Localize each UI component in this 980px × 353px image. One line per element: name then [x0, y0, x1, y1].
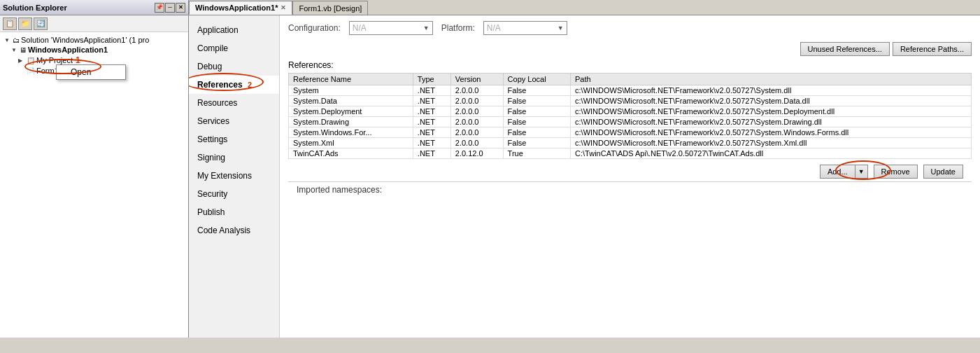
solution-explorer-toolbar: 📋 📁 🔄 [0, 15, 188, 32]
col-ref-name: Reference Name [289, 74, 413, 85]
nav-security-label: Security [197, 189, 227, 199]
tree-item-solution[interactable]: ▼ 🗂 Solution 'WindowsApplication1' (1 pr… [3, 35, 185, 45]
platform-value: N/A [487, 23, 501, 33]
left-nav: Application Compile Debug References 2 R… [189, 15, 280, 338]
properties-icon[interactable]: 🔄 [34, 18, 48, 30]
table-row[interactable]: System.Deployment.NET2.0.0.0Falsec:\WIND… [289, 106, 972, 117]
table-row[interactable]: System.Data.NET2.0.0.0Falsec:\WINDOWS\Mi… [289, 96, 972, 106]
myproject-label: My Project [36, 56, 73, 64]
solution-label: Solution 'WindowsApplication1' (1 pro [21, 36, 149, 44]
expand-arrow: ▼ [4, 37, 11, 43]
nav-services-label: Services [197, 116, 229, 126]
col-type: Type [413, 74, 450, 85]
solution-explorer-title: Solution Explorer [3, 4, 67, 12]
col-path: Path [571, 74, 972, 85]
nav-resources[interactable]: Resources [189, 94, 279, 112]
nav-settings[interactable]: Settings [189, 130, 279, 148]
update-button[interactable]: Update [923, 165, 963, 179]
nav-references[interactable]: References 2 [189, 76, 279, 94]
tab-form1design[interactable]: Form1.vb [Design] [292, 1, 368, 15]
table-row[interactable]: System.Xml.NET2.0.0.0Falsec:\WINDOWS\Mic… [289, 138, 972, 148]
tab-windowsapp-label: WindowsApplication1* [195, 4, 278, 12]
expand-arrow-myproject: ▶ [18, 57, 25, 64]
pin-button[interactable]: 📌 [155, 3, 164, 13]
content-pane: Configuration: N/A ▼ Platform: N/A ▼ [280, 15, 980, 338]
properties-panel: Application Compile Debug References 2 R… [189, 15, 980, 338]
nav-codeanalysis-label: Code Analysis [197, 226, 250, 235]
imported-namespaces-label: Imported namespaces: [297, 185, 382, 195]
nav-debug[interactable]: Debug [189, 57, 279, 76]
context-menu-open[interactable]: Open [57, 65, 125, 79]
new-solution-icon[interactable]: 📋 [3, 18, 17, 30]
nav-application-label: Application [197, 25, 239, 35]
nav-signing-label: Signing [197, 153, 225, 162]
nav-publish-label: Publish [197, 207, 225, 217]
nav-myextensions-label: My Extensions [197, 171, 252, 181]
config-dropdown-arrow: ▼ [423, 25, 429, 32]
config-row: Configuration: N/A ▼ Platform: N/A ▼ [288, 21, 972, 35]
nav-settings-label: Settings [197, 134, 227, 144]
remove-button[interactable]: Remove [874, 165, 918, 179]
auto-hide-button[interactable]: ─ [165, 3, 175, 13]
tab-close-icon[interactable]: ✕ [280, 4, 286, 11]
table-row[interactable]: System.Windows.For....NET2.0.0.0Falsec:\… [289, 127, 972, 138]
tab-bar: WindowsApplication1* ✕ Form1.vb [Design] [189, 0, 980, 15]
references-table: Reference Name Type Version Copy Local P… [288, 73, 972, 159]
top-button-row: Unused References... Reference Paths... [288, 42, 972, 56]
annotation-2: 2 [248, 81, 252, 89]
project-label: WindowsApplication1 [28, 46, 108, 54]
refresh-icon[interactable]: 📁 [18, 18, 32, 30]
col-copy-local: Copy Local [503, 74, 570, 85]
tree-item-project[interactable]: ▼ 🖥 WindowsApplication1 [10, 45, 185, 55]
nav-services[interactable]: Services [189, 112, 279, 130]
nav-publish[interactable]: Publish [189, 203, 279, 221]
config-label: Configuration: [288, 23, 341, 33]
tab-form1design-label: Form1.vb [Design] [299, 4, 362, 13]
nav-codeanalysis[interactable]: Code Analysis [189, 221, 279, 240]
close-panel-button[interactable]: ✕ [176, 3, 185, 13]
solution-explorer-header: Solution Explorer 📌 ─ ✕ [0, 0, 188, 15]
nav-references-label: References [197, 80, 243, 90]
bottom-button-row: 3 Add... ▼ Remove Update [288, 162, 972, 181]
nav-resources-label: Resources [197, 98, 237, 108]
expand-arrow-project: ▼ [11, 47, 18, 53]
col-version: Version [450, 74, 503, 85]
nav-application[interactable]: Application [189, 21, 279, 39]
add-button-group: Add... ▼ [820, 165, 868, 179]
annotation-1: 1 [76, 55, 80, 65]
config-dropdown[interactable]: N/A ▼ [349, 21, 433, 35]
table-row[interactable]: TwinCAT.Ads.NET2.0.12.0TrueC:\TwinCAT\AD… [289, 148, 972, 159]
unused-references-button[interactable]: Unused References... [800, 42, 890, 56]
table-row[interactable]: System.NET2.0.0.0Falsec:\WINDOWS\Microso… [289, 85, 972, 96]
add-dropdown-button[interactable]: ▼ [855, 165, 868, 179]
platform-label: Platform: [441, 23, 475, 33]
imported-namespaces-section: Imported namespaces: [288, 181, 972, 198]
solution-explorer-tree: ▼ 🗂 Solution 'WindowsApplication1' (1 pr… [0, 32, 188, 338]
nav-compile-label: Compile [197, 43, 228, 53]
platform-dropdown-arrow: ▼ [558, 25, 564, 32]
tab-windowsapp[interactable]: WindowsApplication1* ✕ [189, 1, 292, 15]
platform-dropdown[interactable]: N/A ▼ [483, 21, 567, 35]
references-section-label: References: [288, 60, 972, 70]
config-value: N/A [353, 23, 367, 33]
reference-paths-button[interactable]: Reference Paths... [893, 42, 972, 56]
nav-debug-label: Debug [197, 62, 222, 71]
table-row[interactable]: System.Drawing.NET2.0.0.0Falsec:\WINDOWS… [289, 117, 972, 127]
nav-compile[interactable]: Compile [189, 39, 279, 57]
context-menu: Open [56, 64, 126, 80]
nav-signing[interactable]: Signing [189, 148, 279, 167]
nav-myextensions[interactable]: My Extensions [189, 167, 279, 185]
add-button[interactable]: Add... [820, 165, 855, 179]
nav-security[interactable]: Security [189, 185, 279, 203]
